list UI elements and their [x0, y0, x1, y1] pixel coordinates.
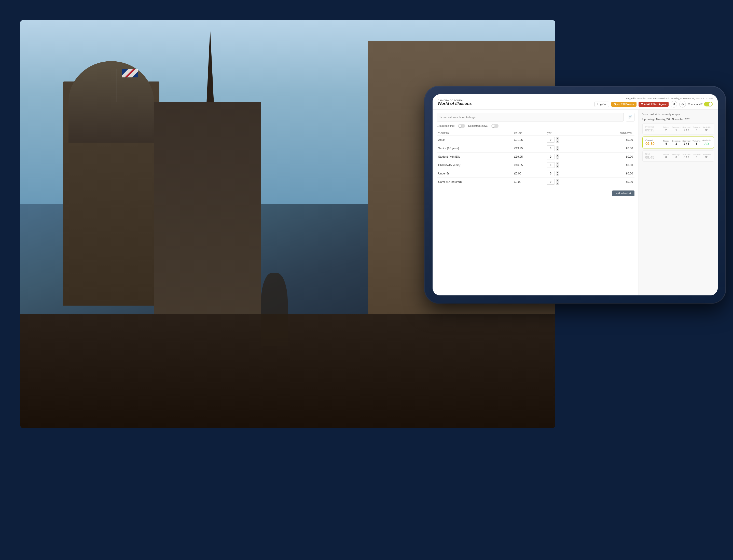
qty-down-5[interactable]: ▼	[556, 182, 559, 185]
void-start-button[interactable]: Void All / Start Again	[638, 102, 668, 107]
upcoming-label: Upcoming - Monday, 27th November 2023	[642, 118, 714, 121]
scan-doc-icon[interactable]: 📄	[626, 113, 634, 121]
ticket-price: £21.95	[513, 136, 545, 144]
table-row: Carer (ID required): £0.00 ▲ ▼ £0.00	[437, 178, 634, 186]
qty-down-1[interactable]: ▼	[556, 148, 559, 151]
dedicated-show-label: Dedicated Show?	[468, 125, 488, 127]
header-right: Logged in to station: 4 as: Andrew Picka…	[594, 97, 713, 107]
ticket-qty[interactable]: ▲ ▼	[545, 136, 589, 144]
qty-down-4[interactable]: ▼	[556, 174, 559, 176]
icon-button-2[interactable]: ⊙	[679, 101, 686, 107]
qty-input-5[interactable]	[547, 179, 555, 185]
ticket-qty[interactable]: ▲ ▼	[545, 169, 589, 178]
session-card-current[interactable]: Current 09:30 Tickets 5 Bookings 2 Scann…	[642, 136, 714, 148]
table-row: Adult: £21.95 ▲ ▼ £0.00	[437, 136, 634, 144]
qty-up-3[interactable]: ▲	[556, 162, 559, 165]
check-in-all-control: Check in all?	[688, 102, 713, 106]
ticket-name: Child (5-15 years):	[437, 161, 513, 169]
check-in-all-toggle[interactable]	[704, 102, 713, 106]
col-header-current-4: Available	[702, 139, 711, 142]
session-card-next[interactable]: Next 09:45 Tickets 0 Bookings 0 Scanned …	[642, 151, 714, 162]
col-header-next-1: Bookings	[672, 153, 681, 156]
icon-button-1[interactable]: ↺	[671, 101, 677, 107]
ticket-qty[interactable]: ▲ ▼	[545, 144, 589, 153]
logout-button[interactable]: Log Out	[594, 102, 609, 107]
scan-input[interactable]	[437, 113, 624, 121]
check-in-all-label: Check in all?	[688, 103, 702, 106]
table-row: Student (with ID): £19.95 ▲ ▼ £0.00	[437, 153, 634, 161]
col-value-previous-2: 2 / 2	[682, 129, 691, 132]
qty-input-3[interactable]	[547, 162, 555, 168]
col-value-current-0: 5	[662, 142, 671, 145]
col-value-current-1: 2	[672, 142, 681, 145]
qty-up-0[interactable]: ▲	[556, 137, 559, 140]
qty-input-1[interactable]	[547, 145, 555, 151]
dedicated-show-toggle[interactable]	[491, 124, 498, 128]
ticket-price: £0.00	[513, 178, 545, 186]
col-header-next-3: To Arrive	[692, 153, 701, 156]
qty-up-1[interactable]: ▲	[556, 146, 559, 148]
options-row: Group Booking? Dedicated Show?	[437, 124, 634, 128]
tickets-table: TICKETS PRICE QTY SUBTOTAL Adult: £21.95…	[437, 131, 634, 186]
col-value-next-0: 0	[661, 156, 671, 159]
col-header-current-2: Scanned	[682, 140, 691, 142]
logo-area: Camera Obscura World of Illusions	[438, 99, 472, 106]
group-booking-toggle[interactable]	[458, 124, 465, 128]
table-row: Under 5s: £0.00 ▲ ▼ £0.00	[437, 169, 634, 178]
app-header: Camera Obscura World of Illusions Logged…	[432, 94, 718, 110]
ticket-qty[interactable]: ▲ ▼	[545, 178, 589, 186]
ticket-subtotal: £0.00	[589, 144, 634, 153]
logo-main: World of Illusions	[438, 102, 472, 106]
col-header-previous-1: Bookings	[672, 126, 681, 129]
qty-input-2[interactable]	[547, 154, 555, 159]
ticket-price: £16.95	[513, 161, 545, 169]
session-time-previous: 09:15	[645, 128, 660, 132]
col-value-previous-3: 0	[692, 129, 701, 132]
ticket-subtotal: £0.00	[589, 178, 634, 186]
logged-in-text: Logged in to station: 4 as: Andrew Picka…	[626, 97, 713, 100]
group-booking-label: Group Booking?	[437, 125, 455, 127]
qty-input-0[interactable]	[547, 137, 555, 143]
qty-up-4[interactable]: ▲	[556, 171, 559, 173]
app-body: 📄 Group Booking? Dedicated Show?	[432, 110, 718, 295]
col-header-current-3: To Arrive	[692, 140, 701, 142]
col-value-current-4: 30	[702, 142, 711, 146]
ticket-name: Under 5s:	[437, 169, 513, 178]
col-header-next-4: Available	[702, 153, 711, 156]
header-buttons: Log Out Open Till Drawer Void All / Star…	[594, 101, 713, 107]
ticket-name: Adult:	[437, 136, 513, 144]
session-card-previous[interactable]: Previous 09:15 Tickets 2 Bookings 1 Scan…	[642, 123, 714, 134]
qty-down-2[interactable]: ▼	[556, 157, 559, 159]
col-value-current-2: 2 / 5	[682, 142, 691, 145]
table-row: Child (5-15 years): £16.95 ▲ ▼ £0.00	[437, 161, 634, 169]
qty-input-4[interactable]	[547, 171, 555, 176]
ticket-subtotal: £0.00	[589, 169, 634, 178]
ticket-price: £19.95	[513, 153, 545, 161]
table-row: Senior (65 yrs +): £19.95 ▲ ▼ £0.00	[437, 144, 634, 153]
col-header-subtotal: SUBTOTAL	[589, 131, 634, 136]
tablet-outer: Camera Obscura World of Illusions Logged…	[425, 87, 725, 303]
ticket-price: £19.95	[513, 144, 545, 153]
scan-input-container: 📄	[437, 113, 634, 121]
session-label-next: Next	[645, 153, 660, 155]
col-value-next-2: 0 / 0	[682, 156, 691, 159]
qty-down-3[interactable]: ▼	[556, 165, 559, 168]
qty-up-2[interactable]: ▲	[556, 154, 559, 157]
qty-up-5[interactable]: ▲	[556, 179, 559, 182]
session-label-current: Current	[645, 139, 661, 142]
ticket-name: Student (with ID):	[437, 153, 513, 161]
col-header-previous-4: Available	[702, 126, 711, 129]
basket-empty-text: Your basket is currently empty.	[642, 113, 714, 116]
add-to-basket-button[interactable]: add to basket	[612, 190, 634, 196]
ticket-name: Senior (65 yrs +):	[437, 144, 513, 153]
ticket-qty[interactable]: ▲ ▼	[545, 153, 589, 161]
ticket-subtotal: £0.00	[589, 161, 634, 169]
qty-down-0[interactable]: ▼	[556, 140, 559, 143]
ticket-qty[interactable]: ▲ ▼	[545, 161, 589, 169]
col-value-next-1: 0	[672, 156, 681, 159]
col-header-tickets: TICKETS	[437, 131, 513, 136]
col-value-next-3: 0	[692, 156, 701, 159]
open-drawer-button[interactable]: Open Till Drawer	[611, 102, 636, 107]
col-header-previous-0: Tickets	[661, 126, 671, 129]
col-header-price: PRICE	[513, 131, 545, 136]
